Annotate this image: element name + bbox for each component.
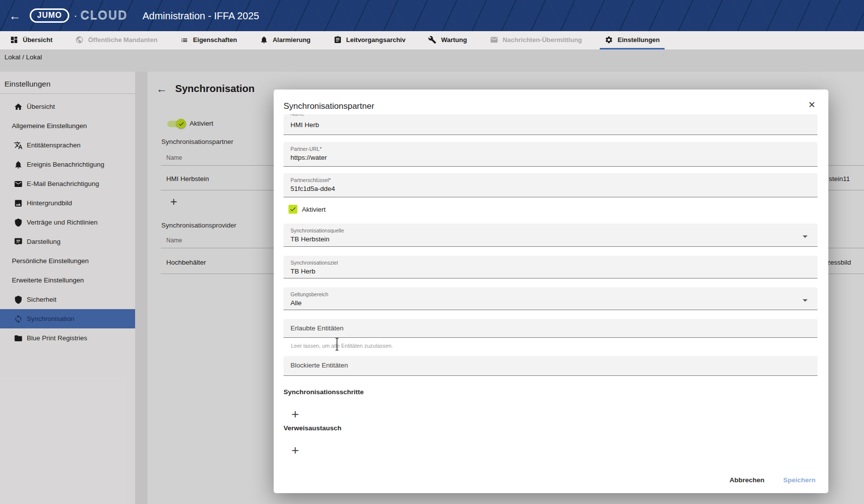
checkbox-checked[interactable] xyxy=(288,205,297,214)
field-label: Synchronisationsquelle xyxy=(290,224,817,233)
synchronisationspartner-dialog: Synchronisationspartner ✕ Name* HMI Herb… xyxy=(274,90,828,493)
tab-nachrichten-uebermittlung[interactable]: Nachrichten-Übermittlung xyxy=(485,31,587,49)
cancel-button[interactable]: Abbrechen xyxy=(729,476,765,484)
sync-source-select[interactable]: Synchronisationsquelle TB Herbstein xyxy=(284,224,817,247)
bell-icon xyxy=(260,36,268,44)
dialog-title: Synchronisationspartner xyxy=(284,101,374,111)
field-label: Partnerschlüssel* xyxy=(290,173,817,183)
tab-label: Wartung xyxy=(441,36,467,44)
tab-label: Eigenschaften xyxy=(193,36,237,44)
field-value: Alle xyxy=(290,299,817,307)
field-value: TB Herbstein xyxy=(290,235,817,243)
save-button[interactable]: Speichern xyxy=(783,476,816,484)
tab-uebersicht[interactable]: Übersicht xyxy=(5,31,57,49)
wrench-icon xyxy=(428,36,436,44)
checkbox-label: Aktiviert xyxy=(302,206,326,213)
app-window: ← JUMO · CLOUD Administration - IFFA 202… xyxy=(0,0,864,504)
add-ref-exchange-button[interactable]: + xyxy=(291,443,299,457)
text-cursor xyxy=(334,337,340,351)
close-icon[interactable]: ✕ xyxy=(808,99,816,110)
tab-eigenschaften[interactable]: Eigenschaften xyxy=(175,31,242,49)
app-header: ← JUMO · CLOUD Administration - IFFA 202… xyxy=(0,0,864,31)
globe-icon xyxy=(75,36,84,44)
check-icon xyxy=(289,206,296,213)
field-value: 51fc1d5a-dde4 xyxy=(290,185,817,192)
tab-oeffentliche-mandanten[interactable]: Öffentliche Mandanten xyxy=(70,31,162,49)
back-arrow-icon[interactable]: ← xyxy=(9,10,21,22)
tab-alarmierung[interactable]: Alarmierung xyxy=(255,31,316,49)
name-field-value: HMI Herb xyxy=(290,121,817,129)
tab-label: Öffentliche Mandanten xyxy=(88,36,157,44)
tab-label: Einstellungen xyxy=(618,36,660,44)
gear-icon xyxy=(605,36,613,44)
chevron-down-icon xyxy=(803,235,808,238)
mail-icon xyxy=(490,36,498,44)
dashboard-icon xyxy=(10,36,18,44)
field-label: Blockierte Entitäten xyxy=(290,356,817,369)
clipboard-icon xyxy=(334,36,342,44)
chevron-down-icon xyxy=(803,299,808,302)
main-nav-tabs: Übersicht Öffentliche Mandanten Eigensch… xyxy=(0,31,864,49)
tab-label: Leitvorgangsarchiv xyxy=(346,36,406,44)
jumo-logo-pill: JUMO xyxy=(30,8,69,23)
dialog-footer: Abbrechen Speichern xyxy=(729,476,816,484)
tab-label: Nachrichten-Übermittlung xyxy=(503,36,582,44)
allowed-entities-helper: Leer lassen, um alle Entitäten zuzulasse… xyxy=(291,343,393,349)
field-value: https://water xyxy=(290,154,817,161)
allowed-entities-field[interactable]: Erlaubte Entitäten xyxy=(284,319,817,338)
partner-url-field[interactable]: Partner-URL* https://water xyxy=(284,142,817,167)
field-label: Partner-URL* xyxy=(290,142,817,152)
field-label: Geltungsbereich xyxy=(290,287,817,297)
ref-exchange-heading: Verweisaustausch xyxy=(284,424,341,432)
add-sync-step-button[interactable]: + xyxy=(291,407,299,421)
field-value: TB Herb xyxy=(290,268,817,275)
name-field[interactable]: Name* HMI Herb xyxy=(284,114,817,135)
name-field-label-clipped: Name* xyxy=(290,114,817,117)
logo-dot: · xyxy=(74,10,77,21)
sync-steps-heading: Synchronisationsschritte xyxy=(284,388,364,396)
jumo-cloud-logo: JUMO · CLOUD xyxy=(30,8,128,23)
sync-target-field[interactable]: Synchronisationsziel TB Herb xyxy=(284,256,817,278)
cloud-logo-text: CLOUD xyxy=(81,9,128,22)
tab-einstellungen[interactable]: Einstellungen xyxy=(600,31,665,49)
partner-key-field[interactable]: Partnerschlüssel* 51fc1d5a-dde4 xyxy=(284,173,817,197)
tab-label: Alarmierung xyxy=(273,36,311,44)
page-title: Administration - IFFA 2025 xyxy=(143,10,259,21)
field-label: Erlaubte Entitäten xyxy=(290,319,817,332)
list-icon xyxy=(180,36,189,44)
blocked-entities-field[interactable]: Blockierte Entitäten xyxy=(284,356,817,376)
tab-leitvorgangsarchiv[interactable]: Leitvorgangsarchiv xyxy=(329,31,411,49)
field-label: Synchronisationsziel xyxy=(290,256,817,266)
scope-select[interactable]: Geltungsbereich Alle xyxy=(284,287,817,310)
aktiviert-checkbox-row[interactable]: Aktiviert xyxy=(288,205,326,214)
tab-wartung[interactable]: Wartung xyxy=(423,31,472,49)
tab-label: Übersicht xyxy=(23,36,52,44)
